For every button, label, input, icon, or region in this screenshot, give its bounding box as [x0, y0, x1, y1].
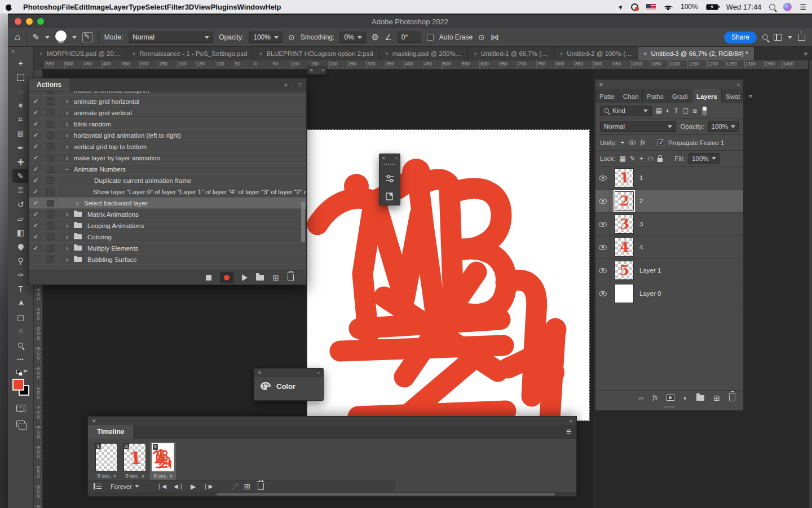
close-icon[interactable]: ✕ [382, 156, 386, 161]
scrollbar-thumb[interactable] [301, 202, 305, 242]
menu-item[interactable]: Window [237, 3, 266, 11]
input-language-flag-icon[interactable] [646, 4, 656, 10]
close-icon[interactable]: ✕ [310, 68, 314, 73]
document-tab[interactable]: × BLUEPRINT HOLogram option 2.psd [253, 47, 379, 60]
document-tab[interactable]: × Untitled-1 @ 66,7% (… [468, 47, 554, 60]
layer-visibility-toggle[interactable] [595, 236, 610, 259]
frame-delay-select[interactable]: 0 sec. [97, 472, 116, 479]
loop-count-select[interactable]: Forever [108, 483, 142, 490]
panel-tab[interactable]: Chan [619, 89, 643, 103]
panel-menu-icon[interactable]: ≡ [298, 81, 302, 88]
menu-item[interactable]: File [61, 3, 74, 11]
shape-layer-filter-icon[interactable]: ▢ [682, 107, 689, 115]
frame-thumbnail[interactable]: 3 [152, 443, 174, 471]
pressure-size-icon[interactable]: ⊙ [478, 33, 485, 42]
layer-row[interactable]: 3 3 [595, 213, 743, 236]
layer-thumbnail[interactable]: 2 [615, 191, 634, 211]
stop-recording-button[interactable] [206, 275, 211, 281]
layer-visibility-toggle[interactable] [595, 259, 610, 282]
paint-symmetry-icon[interactable]: ⋈ [491, 32, 499, 42]
rectangle-tool[interactable]: ▢ [12, 310, 29, 324]
menu-item[interactable]: Filter [167, 3, 185, 11]
color-panel-tab[interactable]: Color [254, 377, 323, 395]
siri-icon[interactable] [783, 3, 792, 11]
dodge-tool[interactable]: ⚲ [12, 253, 29, 268]
menu-item[interactable]: Type [129, 3, 145, 11]
action-dialog-toggle[interactable] [43, 152, 58, 163]
action-row[interactable]: › Show layer “Layer 0” of layer “Layer 1… [29, 186, 306, 198]
layer-visibility-toggle[interactable] [595, 213, 610, 235]
layer-thumbnail[interactable]: 5 [615, 261, 634, 280]
collapse-chevron-icon[interactable]: « [570, 418, 572, 424]
action-dialog-toggle[interactable] [43, 231, 58, 242]
export-icon[interactable] [798, 34, 805, 41]
action-include-checkbox[interactable] [29, 107, 43, 118]
layer-name[interactable]: 4 [639, 244, 643, 251]
action-include-checkbox[interactable] [29, 152, 43, 163]
close-icon[interactable]: × [132, 51, 135, 57]
screen-mode-button[interactable] [12, 417, 29, 431]
next-frame-button[interactable]: ❘▶ [203, 483, 213, 489]
scrollbar-thumb[interactable] [217, 493, 555, 496]
new-layer-icon[interactable]: ⊞ [713, 394, 720, 402]
action-row[interactable]: › animate grid vertical [29, 107, 306, 119]
layer-row[interactable]: 4 4 [595, 236, 743, 259]
propagate-frame-checkbox[interactable] [657, 139, 664, 146]
action-dialog-toggle[interactable] [43, 209, 58, 220]
menu-item[interactable]: View [194, 3, 210, 11]
lock-position-icon[interactable]: + [639, 155, 643, 163]
workspace-switcher-icon[interactable] [774, 34, 782, 41]
timeline-tab[interactable]: Timeline [88, 425, 133, 439]
close-icon[interactable]: × [560, 51, 563, 57]
menu-item[interactable]: Edit [74, 3, 88, 11]
document-tab[interactable]: × masking.psd @ 200%… [379, 47, 468, 60]
action-include-checkbox[interactable] [29, 231, 43, 242]
action-row[interactable]: › Coloring [29, 231, 306, 243]
new-group-icon[interactable] [696, 395, 704, 401]
document-tab[interactable]: × Rennaissance - 1 - PoS_Settings.psd [126, 47, 253, 60]
adjustment-layer-filter-icon[interactable]: ◐ [666, 107, 670, 115]
layer-visibility-toggle[interactable] [595, 282, 610, 305]
action-include-checkbox[interactable] [29, 91, 43, 95]
layer-row[interactable]: 2 2 [595, 190, 743, 213]
new-action-set-button[interactable] [256, 275, 264, 281]
action-row[interactable]: › Select backward layer [29, 198, 306, 209]
play-animation-button[interactable]: ▶ [191, 483, 196, 491]
collapsed-panel-bar[interactable]: ✕ » [307, 66, 326, 75]
close-icon[interactable]: ✕ [92, 418, 96, 424]
drag-grip[interactable] [383, 163, 396, 165]
document-tab[interactable]: × Untitled-3 @ 66,7% (2, RGB/8#) * [638, 47, 754, 60]
healing-brush-tool[interactable]: ✚ [12, 155, 29, 169]
chevron-icon[interactable]: › [64, 109, 70, 117]
tab-overflow-chevron-icon[interactable]: » [799, 47, 812, 60]
menu-item[interactable]: Plugins [211, 3, 237, 11]
chevron-icon[interactable]: › [64, 120, 70, 128]
action-dialog-toggle[interactable] [43, 175, 58, 186]
action-include-checkbox[interactable] [29, 198, 43, 208]
timeline-frame[interactable]: 2 1 0 sec. [122, 442, 148, 480]
layer-row[interactable]: 5 Layer 1 [595, 259, 743, 282]
ruler-corner[interactable] [34, 60, 43, 69]
add-layer-mask-icon[interactable] [667, 395, 674, 401]
frame-thumbnail[interactable]: 2 1 [123, 443, 146, 471]
home-icon[interactable]: ⌂ [15, 32, 20, 43]
timeline-frame[interactable]: 3 0 sec. [150, 442, 176, 480]
action-include-checkbox[interactable] [29, 254, 43, 265]
panel-tab[interactable]: Paths [643, 89, 668, 103]
delete-layer-icon[interactable] [729, 395, 735, 401]
spotlight-icon[interactable] [769, 4, 775, 10]
canvas[interactable] [307, 130, 589, 421]
chevron-down-icon[interactable] [72, 36, 77, 39]
layer-thumbnail[interactable]: 1 [615, 168, 634, 187]
action-include-checkbox[interactable] [29, 141, 43, 152]
panel-tab[interactable]: Swat [722, 89, 745, 103]
blend-mode-select[interactable]: Normal [129, 32, 213, 43]
action-row[interactable]: › animate grid horizontal [29, 96, 306, 107]
type-tool[interactable]: T [12, 282, 29, 296]
action-row[interactable]: › Duplicate current animation frame [29, 175, 306, 186]
action-dialog-toggle[interactable] [43, 186, 57, 197]
action-dialog-toggle[interactable] [43, 130, 58, 141]
frame-thumbnail[interactable]: 1 [95, 443, 118, 471]
link-layers-icon[interactable]: ∞ [638, 393, 643, 402]
panel-menu-icon[interactable]: ≡ [561, 425, 576, 439]
